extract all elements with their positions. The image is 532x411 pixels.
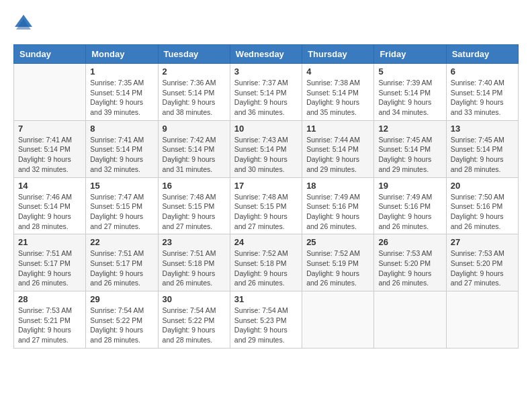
day-number: 21 [18,237,81,247]
day-number: 24 [234,237,298,247]
calendar-day-cell: 29Sunrise: 7:54 AMSunset: 5:22 PMDayligh… [86,291,158,349]
weekday-header: Tuesday [158,45,230,64]
logo-icon [13,13,34,34]
day-info: Sunrise: 7:36 AMSunset: 5:14 PMDaylight:… [163,78,226,118]
day-info: Sunrise: 7:51 AMSunset: 5:17 PMDaylight:… [18,248,81,288]
calendar-day-cell: 11Sunrise: 7:44 AMSunset: 5:14 PMDayligh… [302,120,374,177]
calendar-day-cell: 17Sunrise: 7:48 AMSunset: 5:15 PMDayligh… [230,177,302,234]
day-number: 14 [18,181,81,191]
calendar-day-cell: 4Sunrise: 7:38 AMSunset: 5:14 PMDaylight… [302,64,374,121]
day-number: 18 [306,181,369,191]
calendar-day-cell: 31Sunrise: 7:54 AMSunset: 5:23 PMDayligh… [230,291,302,349]
day-info: Sunrise: 7:38 AMSunset: 5:14 PMDaylight:… [306,78,369,118]
day-number: 9 [163,124,226,134]
day-number: 15 [90,181,153,191]
day-number: 12 [378,124,441,134]
calendar-day-cell [302,291,374,349]
day-number: 20 [451,181,514,191]
day-info: Sunrise: 7:54 AMSunset: 5:23 PMDaylight:… [234,306,298,345]
calendar-day-cell: 6Sunrise: 7:40 AMSunset: 5:14 PMDaylight… [446,64,518,121]
calendar-day-cell: 16Sunrise: 7:48 AMSunset: 5:15 PMDayligh… [158,177,230,234]
day-number: 23 [163,237,226,247]
weekday-header: Thursday [302,45,374,64]
day-number: 29 [90,294,153,304]
calendar-day-cell [14,64,86,121]
day-info: Sunrise: 7:48 AMSunset: 5:15 PMDaylight:… [163,192,226,232]
calendar-day-cell: 24Sunrise: 7:52 AMSunset: 5:18 PMDayligh… [230,234,302,291]
calendar-day-cell: 5Sunrise: 7:39 AMSunset: 5:14 PMDaylight… [374,64,446,121]
calendar-day-cell: 28Sunrise: 7:53 AMSunset: 5:21 PMDayligh… [14,291,86,349]
day-info: Sunrise: 7:54 AMSunset: 5:22 PMDaylight:… [163,306,226,345]
day-number: 16 [163,181,226,191]
calendar-day-cell: 2Sunrise: 7:36 AMSunset: 5:14 PMDaylight… [158,64,230,121]
day-number: 27 [451,237,514,247]
day-number: 3 [234,66,298,77]
day-info: Sunrise: 7:53 AMSunset: 5:20 PMDaylight:… [378,248,441,288]
calendar-day-cell: 23Sunrise: 7:51 AMSunset: 5:18 PMDayligh… [158,234,230,291]
day-info: Sunrise: 7:49 AMSunset: 5:16 PMDaylight:… [306,192,369,232]
day-number: 2 [163,66,226,77]
calendar-week-row: 21Sunrise: 7:51 AMSunset: 5:17 PMDayligh… [14,234,519,291]
calendar-day-cell: 19Sunrise: 7:49 AMSunset: 5:16 PMDayligh… [374,177,446,234]
day-info: Sunrise: 7:47 AMSunset: 5:15 PMDaylight:… [90,192,153,232]
day-info: Sunrise: 7:46 AMSunset: 5:14 PMDaylight:… [18,192,81,232]
day-info: Sunrise: 7:35 AMSunset: 5:14 PMDaylight:… [90,78,153,118]
day-info: Sunrise: 7:37 AMSunset: 5:14 PMDaylight:… [234,78,298,118]
weekday-header: Sunday [14,45,86,64]
weekday-header: Wednesday [230,45,302,64]
calendar-day-cell: 26Sunrise: 7:53 AMSunset: 5:20 PMDayligh… [374,234,446,291]
calendar-day-cell: 15Sunrise: 7:47 AMSunset: 5:15 PMDayligh… [86,177,158,234]
day-number: 30 [163,294,226,304]
calendar-day-cell: 20Sunrise: 7:50 AMSunset: 5:16 PMDayligh… [446,177,518,234]
page-header [13,13,519,34]
day-number: 26 [378,237,441,247]
weekday-header: Saturday [446,45,518,64]
calendar-day-cell: 10Sunrise: 7:43 AMSunset: 5:14 PMDayligh… [230,120,302,177]
day-info: Sunrise: 7:54 AMSunset: 5:22 PMDaylight:… [90,306,153,345]
calendar-day-cell: 21Sunrise: 7:51 AMSunset: 5:17 PMDayligh… [14,234,86,291]
weekday-header: Friday [374,45,446,64]
day-info: Sunrise: 7:44 AMSunset: 5:14 PMDaylight:… [306,135,369,175]
calendar-day-cell: 3Sunrise: 7:37 AMSunset: 5:14 PMDaylight… [230,64,302,121]
day-number: 11 [306,124,369,134]
calendar-day-cell [374,291,446,349]
calendar-day-cell: 9Sunrise: 7:42 AMSunset: 5:14 PMDaylight… [158,120,230,177]
day-info: Sunrise: 7:45 AMSunset: 5:14 PMDaylight:… [378,135,441,175]
calendar-day-cell: 27Sunrise: 7:53 AMSunset: 5:20 PMDayligh… [446,234,518,291]
logo [13,13,36,34]
day-number: 10 [234,124,298,134]
day-info: Sunrise: 7:40 AMSunset: 5:14 PMDaylight:… [451,78,514,118]
day-number: 8 [90,124,153,134]
day-info: Sunrise: 7:42 AMSunset: 5:14 PMDaylight:… [163,135,226,175]
day-number: 31 [234,294,298,304]
day-info: Sunrise: 7:39 AMSunset: 5:14 PMDaylight:… [378,78,441,118]
day-info: Sunrise: 7:53 AMSunset: 5:21 PMDaylight:… [18,306,81,345]
day-number: 13 [451,124,514,134]
day-info: Sunrise: 7:51 AMSunset: 5:18 PMDaylight:… [163,248,226,288]
day-info: Sunrise: 7:48 AMSunset: 5:15 PMDaylight:… [234,192,298,232]
calendar-table: SundayMondayTuesdayWednesdayThursdayFrid… [13,44,519,349]
day-info: Sunrise: 7:53 AMSunset: 5:20 PMDaylight:… [451,248,514,288]
day-number: 4 [306,66,369,77]
calendar-day-cell: 8Sunrise: 7:41 AMSunset: 5:14 PMDaylight… [86,120,158,177]
calendar-day-cell: 18Sunrise: 7:49 AMSunset: 5:16 PMDayligh… [302,177,374,234]
calendar-day-cell: 30Sunrise: 7:54 AMSunset: 5:22 PMDayligh… [158,291,230,349]
day-number: 1 [90,66,153,77]
day-number: 5 [378,66,441,77]
calendar-week-row: 1Sunrise: 7:35 AMSunset: 5:14 PMDaylight… [14,64,519,121]
day-info: Sunrise: 7:45 AMSunset: 5:14 PMDaylight:… [451,135,514,175]
day-number: 25 [306,237,369,247]
calendar-week-row: 7Sunrise: 7:41 AMSunset: 5:14 PMDaylight… [14,120,519,177]
day-info: Sunrise: 7:49 AMSunset: 5:16 PMDaylight:… [378,192,441,232]
day-number: 7 [18,124,81,134]
day-info: Sunrise: 7:51 AMSunset: 5:17 PMDaylight:… [90,248,153,288]
calendar-day-cell: 12Sunrise: 7:45 AMSunset: 5:14 PMDayligh… [374,120,446,177]
day-info: Sunrise: 7:41 AMSunset: 5:14 PMDaylight:… [90,135,153,175]
calendar-day-cell [446,291,518,349]
day-number: 28 [18,294,81,304]
day-number: 19 [378,181,441,191]
weekday-header: Monday [86,45,158,64]
day-number: 22 [90,237,153,247]
calendar-week-row: 14Sunrise: 7:46 AMSunset: 5:14 PMDayligh… [14,177,519,234]
day-info: Sunrise: 7:41 AMSunset: 5:14 PMDaylight:… [18,135,81,175]
